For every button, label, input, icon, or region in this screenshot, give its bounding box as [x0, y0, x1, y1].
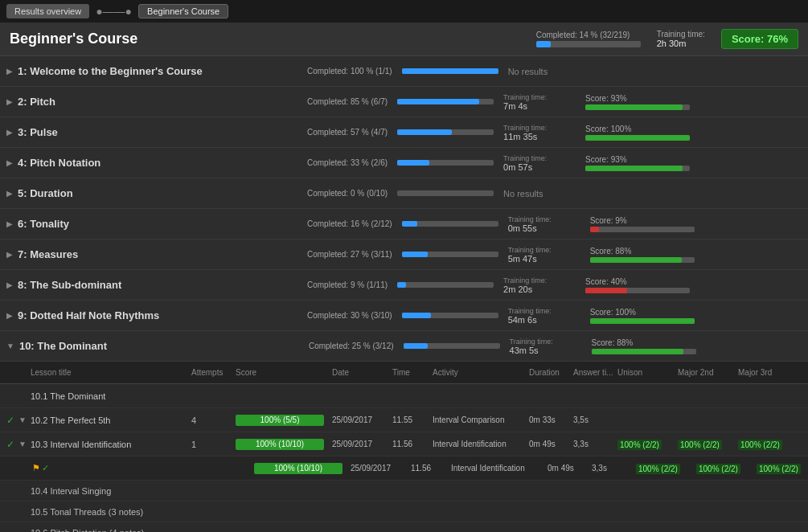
- section-stats-4: Completed: 33 % (2/6) Training time: 0m …: [307, 154, 802, 172]
- progress-fill-8: [397, 282, 406, 288]
- sub-major2nd: 100% (2/2): [696, 463, 757, 474]
- training-block-8: Training time: 2m 20s: [503, 276, 576, 294]
- section-row-9[interactable]: ▶ 9: Dotted Half Note Rhythms Completed:…: [0, 301, 808, 331]
- sub-score-text: 100% (10/10): [274, 464, 322, 473]
- section-row-3[interactable]: ▶ 3: Pulse Completed: 57 % (4/7) Trainin…: [0, 117, 808, 148]
- col-header-activity: Activity: [433, 368, 529, 377]
- lesson-title-10.1: 10.1 The Dominant: [31, 391, 191, 402]
- flag-icon: ⚑: [32, 463, 40, 473]
- col-header-title: Lesson title: [31, 368, 191, 377]
- lesson-row-10.1[interactable]: 10.1 The Dominant: [0, 384, 808, 408]
- section-expand-8[interactable]: ▶: [6, 280, 13, 289]
- section-expand-9[interactable]: ▶: [6, 311, 13, 320]
- section-row-10[interactable]: ▼ 10: The Dominant Completed: 25 % (3/12…: [0, 331, 808, 362]
- progress-fill-9: [402, 313, 431, 318]
- lesson-duration-10.3: 0m 49s: [529, 440, 573, 448]
- section-expand-7[interactable]: ▶: [6, 250, 13, 259]
- section-row-8[interactable]: ▶ 8: The Sub-dominant Completed: 9 % (1/…: [0, 270, 808, 301]
- lesson-title-10.5: 10.5 Tonal Threads (3 notes): [6, 507, 143, 517]
- completed-text-4: Completed: 33 % (2/6): [307, 158, 388, 167]
- score-badge: Score: 76%: [721, 29, 798, 49]
- section-stats-5: Completed: 0 % (0/10) No results: [307, 189, 802, 198]
- lesson-row-10.5[interactable]: 10.5 Tonal Threads (3 notes): [0, 501, 808, 522]
- lesson-row-10.3[interactable]: ✓ ▼ 10.3 Interval Identification 1 100% …: [0, 432, 808, 456]
- section-row-7[interactable]: ▶ 7: Measures Completed: 27 % (3/11) Tra…: [0, 239, 808, 270]
- progress-fill-6: [402, 221, 417, 227]
- training-label: Training time:: [657, 30, 705, 39]
- section-expand-2[interactable]: ▶: [6, 97, 13, 106]
- lesson-attempts-10.3: 1: [191, 440, 236, 449]
- col-header-unison: Unison: [617, 368, 678, 377]
- score-bar-10.2: 100% (5/5): [236, 415, 324, 426]
- score-section-6: Score: 9%: [590, 216, 711, 232]
- lesson-row-10.6[interactable]: 10.6 Pitch Dictation (4 notes): [0, 522, 808, 532]
- section-title-3: 3: Pulse: [18, 126, 307, 138]
- lesson-activity-10.2: Interval Comparison: [433, 415, 529, 424]
- section-row-6[interactable]: ▶ 6: Tonality Completed: 16 % (2/12) Tra…: [0, 209, 808, 239]
- no-results-1: No results: [508, 67, 548, 76]
- section-expand-4[interactable]: ▶: [6, 158, 13, 167]
- completed-text-3: Completed: 57 % (4/7): [307, 128, 388, 137]
- progress-fill-7: [402, 252, 428, 257]
- progress-bar-8: [397, 282, 494, 288]
- section-stats-6: Completed: 16 % (2/12) Training time: 0m…: [307, 215, 802, 233]
- section-row-2[interactable]: ▶ 2: Pitch Completed: 85 % (6/7) Trainin…: [0, 87, 808, 117]
- lesson-row-10.4[interactable]: 10.4 Interval Singing: [0, 481, 808, 501]
- lesson-date-10.2: 25/09/2017: [332, 415, 392, 424]
- progress-bar-10: [404, 343, 500, 349]
- score-section-9: Score: 100%: [590, 308, 711, 324]
- score-section-2: Score: 93%: [585, 94, 706, 110]
- section-title-6: 6: Tonality: [18, 218, 307, 230]
- col-header-major2nd: Major 2nd: [678, 368, 738, 377]
- lesson-answer-10.3: 3,3s: [573, 440, 617, 448]
- section-row-4[interactable]: ▶ 4: Pitch Notation Completed: 33 % (2/6…: [0, 148, 808, 178]
- completed-text-6: Completed: 16 % (2/12): [307, 219, 392, 228]
- section-title-1: 1: Welcome to the Beginner's Course: [18, 65, 307, 77]
- lesson-expand-10.2[interactable]: ▼: [18, 415, 27, 424]
- lesson-date-10.3: 25/09/2017: [332, 440, 392, 448]
- lesson-row-10.2[interactable]: ✓ ▼ 10.2 The Perfect 5th 4 100% (5/5) 25…: [0, 408, 808, 432]
- sub-duration: 0m 49s: [548, 464, 592, 473]
- training-block-4: Training time: 0m 57s: [503, 154, 576, 172]
- lesson-attempts-10.2: 4: [191, 415, 236, 425]
- completed-text-2: Completed: 85 % (6/7): [307, 97, 388, 106]
- score-section-3: Score: 100%: [585, 125, 706, 141]
- section-stats-9: Completed: 30 % (3/10) Training time: 54…: [307, 307, 802, 325]
- col-header-major3rd: Major 3rd: [738, 368, 798, 377]
- training-block-10: Training time: 43m 5s: [510, 338, 582, 355]
- section-expand-5[interactable]: ▶: [6, 189, 13, 198]
- completed-text-7: Completed: 27 % (3/11): [307, 250, 392, 259]
- section-row-5[interactable]: ▶ 5: Duration Completed: 0 % (0/10) No r…: [0, 178, 808, 209]
- sub-major3rd: 100% (2/2): [757, 463, 808, 474]
- results-overview-button[interactable]: Results overview: [6, 4, 89, 18]
- lesson-expand-10.3[interactable]: ▼: [18, 440, 27, 448]
- content-area: ▶ 1: Welcome to the Beginner's Course Co…: [0, 56, 808, 532]
- section-10-expanded: Lesson title Attempts Score Date Time Ac…: [0, 362, 808, 532]
- header-stats: Completed: 14 % (32/219) Training time: …: [536, 29, 798, 49]
- section-title-9: 9: Dotted Half Note Rhythms: [18, 309, 307, 321]
- page-title: Beginner's Course: [10, 31, 536, 47]
- score-section-7: Score: 88%: [590, 247, 711, 263]
- training-block-3: Training time: 11m 35s: [503, 124, 576, 141]
- section-expand-6[interactable]: ▶: [6, 219, 13, 228]
- training-block-7: Training time: 5m 47s: [508, 246, 580, 264]
- progress-bar-5: [397, 190, 494, 196]
- col-header-score: Score: [236, 368, 332, 377]
- sub-answer: 3,3s: [592, 464, 636, 473]
- section-title-2: 2: Pitch: [18, 96, 307, 108]
- check-icon-10.3: ✓: [6, 439, 18, 450]
- sub-time: 11.56: [411, 464, 451, 473]
- sections-list: ▶ 1: Welcome to the Beginner's Course Co…: [0, 56, 808, 362]
- lesson-title-10.4: 10.4 Interval Singing: [6, 486, 111, 496]
- section-row-1[interactable]: ▶ 1: Welcome to the Beginner's Course Co…: [0, 56, 808, 87]
- nav-current-page: Beginner's Course: [138, 4, 228, 18]
- section-expand-3[interactable]: ▶: [6, 128, 13, 137]
- sub-date: 25/09/2017: [351, 464, 411, 473]
- section-expand-1[interactable]: ▶: [6, 67, 13, 76]
- progress-bar-2: [397, 99, 494, 104]
- lesson-time-10.2: 11.55: [392, 415, 433, 424]
- section-expand-10[interactable]: ▼: [6, 342, 14, 350]
- section-title-8: 8: The Sub-dominant: [18, 279, 307, 291]
- progress-bar-9: [402, 313, 498, 318]
- score-section-4: Score: 93%: [585, 155, 706, 171]
